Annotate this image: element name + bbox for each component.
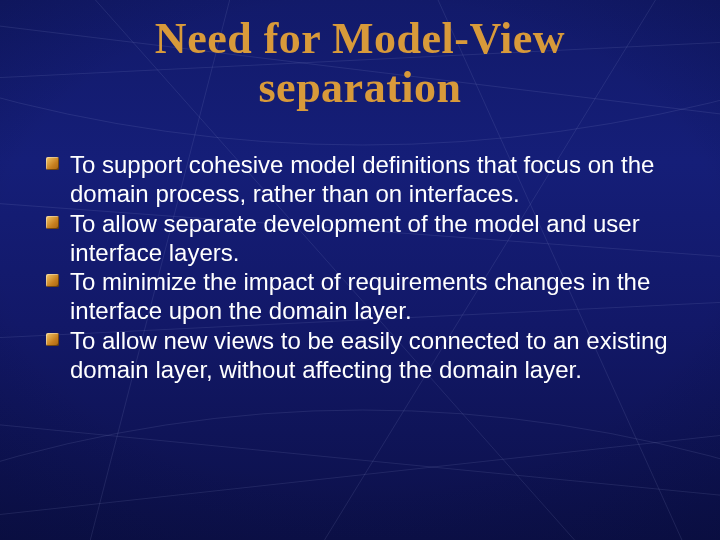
list-item: To minimize the impact of requirements c… xyxy=(40,267,684,326)
bullet-text: To allow separate development of the mod… xyxy=(70,210,640,266)
slide-title: Need for Model-View separation xyxy=(60,14,660,113)
slide-body: To support cohesive model definitions th… xyxy=(40,150,684,384)
bullet-text: To minimize the impact of requirements c… xyxy=(70,268,650,324)
slide: Need for Model-View separation To suppor… xyxy=(0,0,720,540)
svg-line-5 xyxy=(0,430,720,520)
list-item: To support cohesive model definitions th… xyxy=(40,150,684,209)
bullet-list: To support cohesive model definitions th… xyxy=(40,150,684,384)
svg-line-4 xyxy=(0,420,720,500)
title-line-2: separation xyxy=(259,63,462,112)
list-item: To allow new views to be easily connecte… xyxy=(40,326,684,385)
bullet-text: To support cohesive model definitions th… xyxy=(70,151,654,207)
list-item: To allow separate development of the mod… xyxy=(40,209,684,268)
title-line-1: Need for Model-View xyxy=(155,14,565,63)
bullet-text: To allow new views to be easily connecte… xyxy=(70,327,668,383)
